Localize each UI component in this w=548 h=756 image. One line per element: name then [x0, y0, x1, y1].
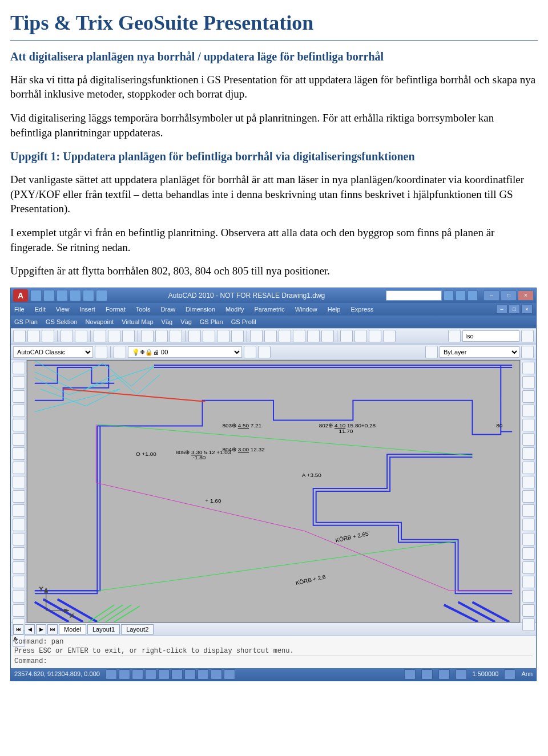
menu-edit[interactable]: Edit	[35, 305, 46, 314]
tab-layout1[interactable]: Layout1	[87, 624, 120, 635]
polyline-icon[interactable]	[13, 376, 25, 389]
menu-vag-1[interactable]: Väg	[162, 318, 173, 326]
print-icon[interactable]	[61, 330, 73, 342]
menu-window[interactable]: Window	[295, 305, 317, 314]
menu-draw[interactable]: Draw	[160, 305, 175, 314]
hatch-icon[interactable]	[13, 462, 25, 474]
zoom-extents-icon[interactable]	[231, 330, 244, 342]
paste-icon[interactable]	[122, 330, 135, 342]
text-icon[interactable]	[448, 330, 461, 342]
application-menu-button[interactable]: A	[13, 289, 28, 302]
zoom-icon[interactable]	[203, 330, 215, 342]
polar-toggle-icon[interactable]	[145, 669, 156, 680]
search-icon[interactable]	[444, 290, 454, 301]
snap-toggle-icon[interactable]	[106, 669, 117, 680]
menu-express[interactable]: Express	[350, 305, 373, 314]
tab-first-icon[interactable]: ⏮	[13, 624, 23, 634]
menu-view[interactable]: View	[56, 305, 70, 314]
scale-icon[interactable]	[522, 462, 535, 474]
quick-calc-icon[interactable]	[321, 330, 334, 342]
donut-icon[interactable]	[13, 604, 25, 617]
annotation-visibility-icon[interactable]	[504, 669, 515, 680]
quick-view-drawings-icon[interactable]	[438, 669, 450, 680]
fillet-icon[interactable]	[522, 561, 535, 574]
gradient-icon[interactable]	[13, 561, 25, 574]
join-icon[interactable]	[522, 533, 535, 545]
menu-novapoint[interactable]: Novapoint	[86, 318, 114, 326]
layer-select[interactable]: 💡❄🔒🖨 00	[128, 346, 242, 358]
menu-format[interactable]: Format	[106, 305, 126, 314]
linetype-select[interactable]: ByLayer	[440, 346, 519, 358]
minimize-button[interactable]: –	[483, 290, 499, 301]
markup-icon[interactable]	[307, 330, 320, 342]
tab-next-icon[interactable]: ▶	[36, 624, 46, 634]
arc-icon[interactable]	[13, 405, 25, 417]
grid-toggle-icon[interactable]	[119, 669, 130, 680]
lwt-toggle-icon[interactable]	[211, 669, 222, 680]
extend-icon[interactable]	[522, 504, 535, 517]
tab-layout2[interactable]: Layout2	[121, 624, 154, 635]
menu-file[interactable]: File	[14, 305, 25, 314]
rectangle-icon[interactable]	[13, 419, 25, 431]
edit-spline-icon[interactable]	[522, 618, 535, 631]
quick-view-layouts-icon[interactable]	[421, 669, 433, 680]
help-search-input[interactable]	[386, 290, 442, 301]
menu-tools[interactable]: Tools	[136, 305, 151, 314]
menu-dimension[interactable]: Dimension	[186, 305, 215, 314]
help-icon[interactable]	[468, 290, 478, 301]
ortho-toggle-icon[interactable]	[132, 669, 143, 680]
workspace-settings-icon[interactable]	[95, 346, 107, 358]
text-tool-icon[interactable]	[13, 519, 25, 531]
lengthen-icon[interactable]	[522, 590, 535, 603]
layer-states-icon[interactable]	[244, 346, 256, 358]
drawing-canvas[interactable]: Y X 803⊕ 4.50 7.21 802⊕ 4.10 15.80+0.28 …	[27, 360, 520, 622]
spline-icon[interactable]	[13, 447, 25, 460]
qat-undo-icon[interactable]	[70, 290, 81, 301]
move-icon[interactable]	[522, 433, 535, 446]
match-props-icon[interactable]	[141, 330, 154, 342]
menu-gs-sektion[interactable]: GS Sektion	[46, 318, 78, 326]
point-icon[interactable]	[13, 504, 25, 517]
redo-icon[interactable]	[170, 330, 182, 342]
copy-icon[interactable]	[108, 330, 120, 342]
menu-virtual-map[interactable]: Virtual Map	[122, 318, 153, 326]
tab-prev-icon[interactable]: ◀	[25, 624, 35, 634]
edit-pline-icon[interactable]	[522, 604, 535, 617]
explode-icon[interactable]	[522, 576, 535, 588]
qat-save-icon[interactable]	[57, 290, 68, 301]
dim-style-icon[interactable]	[354, 330, 367, 342]
otrack-toggle-icon[interactable]	[171, 669, 183, 680]
save-icon[interactable]	[42, 330, 54, 342]
break-icon[interactable]	[522, 519, 535, 531]
mdi-close-button[interactable]: ×	[521, 305, 533, 314]
star-icon[interactable]	[456, 290, 466, 301]
design-center-icon[interactable]	[264, 330, 277, 342]
qat-print-icon[interactable]	[96, 290, 107, 301]
command-input[interactable]	[50, 656, 533, 666]
circle-icon[interactable]	[13, 390, 25, 403]
menu-modify[interactable]: Modify	[225, 305, 244, 314]
line-icon[interactable]	[13, 362, 25, 374]
dyn-toggle-icon[interactable]	[198, 669, 209, 680]
layer-prev-icon[interactable]	[258, 346, 271, 358]
boundary-icon[interactable]	[13, 576, 25, 588]
tool-palettes-icon[interactable]	[279, 330, 291, 342]
insert-icon[interactable]	[13, 547, 25, 560]
status-scale[interactable]: 1:500000	[473, 670, 499, 678]
text-style-icon[interactable]	[340, 330, 353, 342]
pan-icon[interactable]	[188, 330, 201, 342]
erase-icon[interactable]	[522, 362, 535, 374]
copy-obj-icon[interactable]	[522, 376, 535, 389]
zoom-window-icon[interactable]	[217, 330, 229, 342]
qat-new-icon[interactable]	[30, 290, 42, 301]
color-swatch-icon[interactable]	[425, 346, 438, 358]
qat-redo-icon[interactable]	[83, 290, 94, 301]
array-icon[interactable]	[522, 419, 535, 431]
menu-gs-profil[interactable]: GS Profil	[231, 318, 256, 326]
multileader-icon[interactable]	[383, 330, 396, 342]
table-style-icon[interactable]	[369, 330, 381, 342]
ellipse-icon[interactable]	[13, 433, 25, 446]
table-icon[interactable]	[13, 490, 25, 503]
properties-icon[interactable]	[250, 330, 263, 342]
model-paper-toggle-icon[interactable]	[404, 669, 416, 680]
